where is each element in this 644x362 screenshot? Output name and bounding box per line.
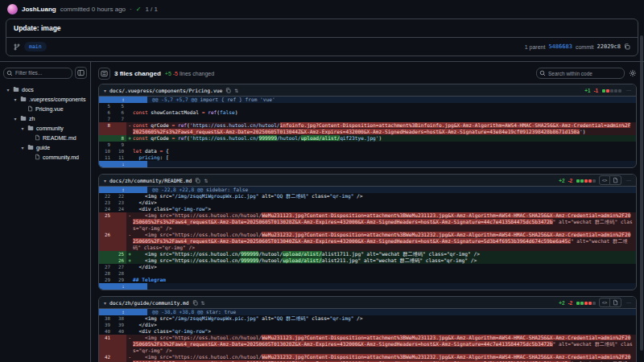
tree-item-guide[interactable]: ▾guide xyxy=(3,142,87,152)
old-line-number[interactable]: 25 xyxy=(99,212,113,232)
old-line-number[interactable]: 40 xyxy=(99,328,113,335)
file-path-link[interactable]: docs/zh/community/README.md xyxy=(109,178,192,183)
file-path-link[interactable]: docs/zh/guide/community.md xyxy=(109,300,189,306)
new-line-number[interactable]: 9 xyxy=(113,142,126,148)
tree-item-community-md[interactable]: community.md xyxy=(3,152,87,162)
new-line-number[interactable]: 25 xyxy=(113,251,126,257)
rich-view-button[interactable] xyxy=(610,298,621,307)
old-line-number[interactable]: 6 xyxy=(99,109,113,116)
diff-settings-button[interactable] xyxy=(629,69,637,77)
diff-sign xyxy=(126,193,133,200)
expand-bottom-row: ↓ xyxy=(99,283,636,290)
chevron-down-icon: ▾ xyxy=(20,145,25,150)
expand-down-button[interactable]: ↓ xyxy=(99,161,147,167)
checks-passed-icon[interactable]: ✓ xyxy=(136,6,142,13)
expand-hunk-button[interactable]: ↕ xyxy=(99,309,147,315)
new-line-number[interactable] xyxy=(113,212,126,232)
new-line-number[interactable]: 8 xyxy=(113,135,126,142)
new-line-number[interactable]: 6 xyxy=(113,109,126,116)
old-line-number[interactable]: 11 xyxy=(99,154,113,161)
expand-hunk-button[interactable]: ↕ xyxy=(99,187,147,193)
new-line-number[interactable]: 39 xyxy=(113,322,126,328)
tree-item-zh[interactable]: ▾zh xyxy=(3,113,87,123)
expand-hunk-button[interactable]: ↕ xyxy=(99,97,147,103)
file-path-link[interactable]: docs/.vuepress/components/Pricing.vue xyxy=(109,88,222,93)
new-line-number[interactable]: 22 xyxy=(113,193,126,200)
search-within-code-input[interactable] xyxy=(536,68,625,79)
new-line-number[interactable]: 38 xyxy=(113,315,126,322)
tree-item--vuepress-components[interactable]: ▾.vuepress/components xyxy=(3,94,87,104)
copy-file-path-button[interactable] xyxy=(225,88,231,93)
file-options-kebab-button[interactable]: ··· xyxy=(626,88,631,93)
tree-item-docs[interactable]: ▾docs xyxy=(3,84,87,94)
filter-files-input[interactable] xyxy=(3,68,72,79)
old-line-number[interactable]: 42 xyxy=(99,354,113,362)
copy-sha-icon[interactable] xyxy=(624,43,630,50)
new-line-number[interactable] xyxy=(113,354,126,362)
avatar[interactable] xyxy=(7,4,18,14)
new-line-number[interactable]: 11 xyxy=(113,154,126,161)
new-line-number[interactable]: 10 xyxy=(113,148,126,154)
old-line-number[interactable]: 29 xyxy=(99,277,113,283)
new-line-number[interactable]: 5 xyxy=(113,103,126,109)
diff-sign xyxy=(126,322,133,328)
new-line-number[interactable]: 23 xyxy=(113,200,126,206)
old-line-number[interactable]: 38 xyxy=(99,315,113,322)
toggle-file-tree-button[interactable] xyxy=(98,68,110,80)
new-line-number[interactable] xyxy=(113,122,126,135)
context-line: 2323 </div> xyxy=(99,200,636,206)
new-line-number[interactable]: 28 xyxy=(113,270,126,277)
expand-collapse-arrows-icon[interactable]: ⇅ xyxy=(204,178,208,183)
old-line-number[interactable]: 26 xyxy=(99,232,113,251)
old-line-number[interactable]: 7 xyxy=(99,116,113,122)
old-line-number[interactable]: 22 xyxy=(99,193,113,200)
checks-ratio[interactable]: 1 / 1 xyxy=(145,6,158,13)
new-line-number[interactable]: 7 xyxy=(113,116,126,122)
old-line-number[interactable]: 23 xyxy=(99,200,113,206)
file-options-kebab-button[interactable]: ··· xyxy=(626,300,631,305)
old-line-number[interactable]: 41 xyxy=(99,335,113,354)
new-line-number[interactable]: 24 xyxy=(113,206,126,212)
tree-item-readme-md[interactable]: README.md xyxy=(3,133,87,142)
tree-item-community[interactable]: ▾community xyxy=(3,123,87,133)
old-line-number[interactable]: 10 xyxy=(99,148,113,154)
collapse-file-tree-button[interactable] xyxy=(75,67,87,79)
new-line-number[interactable] xyxy=(113,335,126,354)
new-line-number[interactable]: 27 xyxy=(113,264,126,270)
new-line-number[interactable]: 40 xyxy=(113,328,126,335)
old-line-number[interactable]: 8 xyxy=(99,122,113,135)
old-line-number[interactable]: 28 xyxy=(99,270,113,277)
tree-item-label: community xyxy=(36,125,64,131)
chevron-down-icon[interactable]: ▾ xyxy=(104,88,106,93)
file-options-kebab-button[interactable]: ··· xyxy=(626,178,631,183)
old-line-number[interactable] xyxy=(99,257,113,264)
chevron-down-icon[interactable]: ▾ xyxy=(104,178,106,183)
copy-file-path-button[interactable] xyxy=(195,178,200,183)
old-line-number[interactable]: 39 xyxy=(99,322,113,328)
branch-badge[interactable]: main xyxy=(24,42,47,51)
old-line-number[interactable]: 24 xyxy=(99,206,113,212)
old-line-number[interactable]: 5 xyxy=(99,103,113,109)
old-line-number[interactable]: 9 xyxy=(99,142,113,148)
page-scrollbar[interactable] xyxy=(640,35,643,351)
old-line-number[interactable] xyxy=(99,251,113,257)
code-view-button[interactable]: <> xyxy=(599,175,610,185)
file-tree-icon xyxy=(101,70,108,77)
old-line-number[interactable] xyxy=(99,135,113,142)
file-header: ▾docs/zh/guide/community.md⇅+2-2<>··· xyxy=(99,297,636,309)
new-line-number[interactable]: 26 xyxy=(113,257,126,264)
context-line: 2929## Telegram xyxy=(99,277,636,283)
old-line-number[interactable]: 27 xyxy=(99,264,113,270)
expand-collapse-arrows-icon[interactable]: ⇅ xyxy=(234,88,238,93)
chevron-down-icon[interactable]: ▾ xyxy=(104,300,106,306)
parent-sha-link[interactable]: 5486683 xyxy=(548,43,572,50)
new-line-number[interactable]: 29 xyxy=(113,277,126,283)
commit-author[interactable]: JoshLuang xyxy=(22,6,56,13)
tree-item-pricing-vue[interactable]: Pricing.vue xyxy=(3,104,87,113)
new-line-number[interactable] xyxy=(113,232,126,251)
expand-collapse-arrows-icon[interactable]: ⇅ xyxy=(201,300,205,306)
rich-view-button[interactable] xyxy=(610,175,621,185)
copy-file-path-button[interactable] xyxy=(192,300,198,306)
code-view-button[interactable]: <> xyxy=(599,298,610,307)
expand-down-button[interactable]: ↓ xyxy=(99,283,147,290)
